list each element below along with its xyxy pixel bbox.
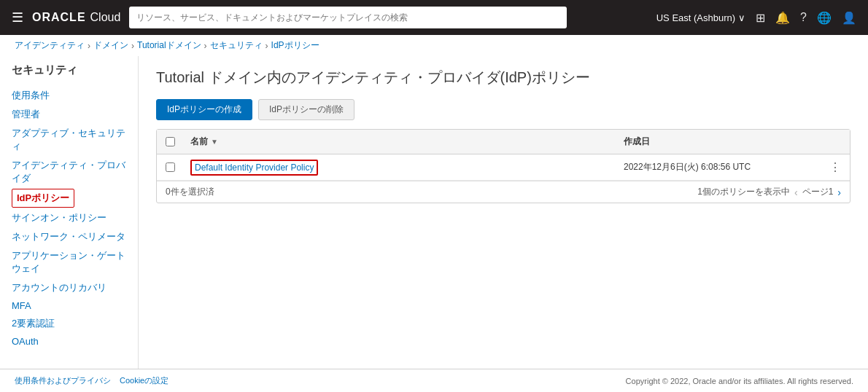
footer-copyright: Copyright © 2022, Oracle and/or its affi… bbox=[626, 377, 853, 385]
th-actions bbox=[821, 130, 850, 154]
row-actions-cell[interactable]: ⋮ bbox=[821, 154, 850, 180]
table-row: Default Identity Provider Policy 2022年12… bbox=[157, 154, 850, 181]
header-left: ☰ ORACLE Cloud bbox=[12, 9, 120, 26]
row-checkbox[interactable] bbox=[166, 162, 175, 172]
sidebar-item-signon-policy[interactable]: サインオン・ポリシー bbox=[12, 208, 126, 227]
breadcrumb-identity[interactable]: アイデンティティ bbox=[15, 39, 85, 52]
cloud-text: Cloud bbox=[90, 11, 121, 24]
breadcrumb-security[interactable]: セキュリティ bbox=[210, 39, 263, 52]
footer-cookie-link[interactable]: Cookieの設定 bbox=[120, 375, 168, 386]
globe-icon[interactable]: 🌐 bbox=[817, 11, 832, 25]
th-name: 名前 ▼ bbox=[183, 130, 616, 154]
th-checkbox bbox=[157, 130, 183, 154]
page-prev-button[interactable]: ‹ bbox=[794, 187, 798, 198]
toolbar: IdPポリシーの作成 IdPポリシーの削除 bbox=[156, 99, 850, 120]
oracle-text: ORACLE bbox=[32, 11, 86, 24]
breadcrumb-sep-3: › bbox=[204, 41, 207, 51]
table-header: 名前 ▼ 作成日 bbox=[157, 130, 850, 154]
sidebar-item-admin[interactable]: 管理者 bbox=[12, 105, 126, 124]
th-name-label: 名前 bbox=[190, 136, 208, 148]
breadcrumb-domain[interactable]: ドメイン bbox=[93, 39, 128, 52]
policy-name-link[interactable]: Default Identity Provider Policy bbox=[190, 160, 318, 176]
search-input[interactable] bbox=[136, 12, 559, 23]
sidebar-item-network-perimeter[interactable]: ネットワーク・ペリメータ bbox=[12, 227, 126, 246]
page-title: Tutorial ドメイン内のアイデンティティ・プロバイダ(IdP)ポリシー bbox=[156, 68, 850, 87]
delete-idp-policy-button[interactable]: IdPポリシーの削除 bbox=[258, 99, 354, 120]
row-checkbox-cell bbox=[157, 157, 183, 178]
row-created-cell: 2022年12月6日(火) 6:08:56 UTC bbox=[616, 155, 821, 179]
sidebar-item-identity-provider[interactable]: アイデンティティ・プロバイダ bbox=[12, 156, 126, 188]
header: ☰ ORACLE Cloud US East (Ashburn) ∨ ⊞ 🔔 ?… bbox=[0, 0, 868, 35]
sidebar-item-terms[interactable]: 使用条件 bbox=[12, 86, 126, 105]
breadcrumb-tutorial-domain[interactable]: Tutorialドメイン bbox=[137, 39, 201, 52]
content-area: Tutorial ドメイン内のアイデンティティ・プロバイダ(IdP)ポリシー I… bbox=[139, 56, 868, 369]
sidebar-item-oauth[interactable]: OAuth bbox=[12, 333, 126, 350]
page-next-button[interactable]: › bbox=[837, 187, 841, 198]
row-actions-icon[interactable]: ⋮ bbox=[829, 160, 841, 174]
th-created: 作成日 bbox=[616, 130, 821, 154]
table-footer: 0件を選択済 1個のポリシーを表示中 ‹ ページ1 › bbox=[157, 181, 850, 203]
menu-icon[interactable]: ☰ bbox=[12, 9, 23, 26]
main-layout: セキュリティ 使用条件 管理者 アダプティブ・セキュリティ アイデンティティ・プ… bbox=[0, 56, 868, 369]
row-name-cell: Default Identity Provider Policy bbox=[183, 157, 616, 179]
oracle-logo: ORACLE Cloud bbox=[32, 11, 120, 24]
sort-name-icon[interactable]: ▼ bbox=[211, 138, 218, 146]
sidebar-title: セキュリティ bbox=[12, 63, 126, 77]
header-right: US East (Ashburn) ∨ ⊞ 🔔 ? 🌐 👤 bbox=[656, 11, 856, 25]
help-icon[interactable]: ? bbox=[800, 11, 807, 24]
page-label: ページ1 bbox=[802, 186, 834, 198]
sidebar-item-app-gateway[interactable]: アプリケーション・ゲートウェイ bbox=[12, 246, 126, 278]
footer-left: 使用条件およびプライバシ Cookieの設定 bbox=[15, 375, 168, 386]
sidebar-item-mfa[interactable]: MFA bbox=[12, 297, 126, 314]
pagination: 1個のポリシーを表示中 ‹ ページ1 › bbox=[697, 186, 841, 198]
breadcrumb-idp-policy[interactable]: IdPポリシー bbox=[271, 39, 319, 52]
search-bar[interactable] bbox=[129, 7, 567, 28]
console-icon[interactable]: ⊞ bbox=[756, 11, 765, 25]
row-created-value: 2022年12月6日(火) 6:08:56 UTC bbox=[624, 162, 751, 172]
region-arrow-icon: ∨ bbox=[738, 12, 745, 23]
region-selector[interactable]: US East (Ashburn) ∨ bbox=[656, 12, 745, 23]
region-label: US East (Ashburn) bbox=[656, 12, 735, 23]
bell-icon[interactable]: 🔔 bbox=[775, 11, 790, 25]
breadcrumb-sep-4: › bbox=[266, 41, 268, 51]
breadcrumb-sep-1: › bbox=[88, 41, 90, 51]
display-count: 1個のポリシーを表示中 bbox=[697, 186, 790, 198]
footer-terms-link[interactable]: 使用条件およびプライバシ bbox=[15, 375, 111, 386]
user-icon[interactable]: 👤 bbox=[842, 11, 856, 25]
th-created-label: 作成日 bbox=[624, 136, 650, 148]
select-all-checkbox[interactable] bbox=[166, 137, 175, 146]
sidebar-item-adaptive-security[interactable]: アダプティブ・セキュリティ bbox=[12, 124, 126, 156]
breadcrumb: アイデンティティ › ドメイン › Tutorialドメイン › セキュリティ … bbox=[0, 35, 868, 56]
selected-count: 0件を選択済 bbox=[166, 186, 214, 198]
sidebar: セキュリティ 使用条件 管理者 アダプティブ・セキュリティ アイデンティティ・プ… bbox=[0, 56, 139, 369]
sidebar-item-2fa[interactable]: 2要素認証 bbox=[12, 314, 126, 333]
create-idp-policy-button[interactable]: IdPポリシーの作成 bbox=[156, 99, 252, 120]
sidebar-item-idp-policy[interactable]: IdPポリシー bbox=[12, 189, 74, 208]
policy-table: 名前 ▼ 作成日 Default Identity Provider Polic… bbox=[156, 129, 850, 203]
footer: 使用条件およびプライバシ Cookieの設定 Copyright © 2022,… bbox=[0, 369, 868, 392]
breadcrumb-sep-2: › bbox=[131, 41, 134, 51]
sidebar-item-account-recovery[interactable]: アカウントのリカバリ bbox=[12, 278, 126, 297]
